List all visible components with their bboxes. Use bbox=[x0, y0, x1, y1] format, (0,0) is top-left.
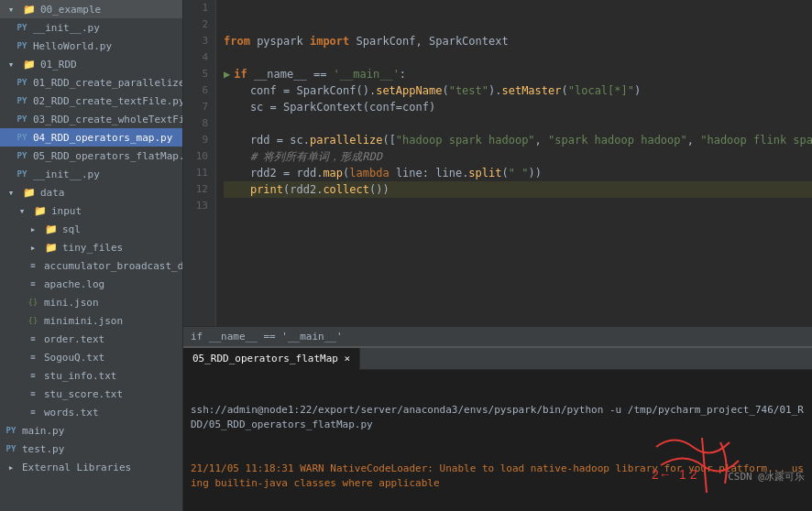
breadcrumb-bar: if __name__ == '__main__' bbox=[183, 326, 812, 346]
str-local: "local[*]" bbox=[568, 82, 634, 99]
terminal-content: ssh://admin@node1:22/export/server/anaco… bbox=[183, 370, 812, 511]
cls-sparkcontext: SparkContext bbox=[283, 99, 363, 115]
code-line-12: print (rdd2. collect ()) bbox=[224, 181, 812, 198]
sidebar-item-helloworld[interactable]: PY HelloWorld.py bbox=[0, 37, 182, 55]
sidebar-item-01-rdd[interactable]: ▾ 📁 01_RDD bbox=[0, 55, 182, 73]
chevron-down-icon: ▾ bbox=[15, 203, 29, 218]
sidebar-item-02-rdd-create[interactable]: PY 02_RDD_create_textFile.py bbox=[0, 92, 182, 110]
sidebar-item-minimini-json[interactable]: {} minimini.json bbox=[0, 311, 182, 330]
sidebar-label: stu_score.txt bbox=[44, 388, 123, 400]
fn-split: split bbox=[468, 165, 501, 181]
sidebar-item-05-rdd-flatmap[interactable]: PY 05_RDD_operators_flatMap.py bbox=[0, 147, 182, 165]
sidebar-item-order-text[interactable]: ≡ order.text bbox=[0, 330, 182, 348]
sidebar-item-sogouq[interactable]: ≡ SogouQ.txt bbox=[0, 348, 182, 366]
code-line-7: sc = SparkContext (conf=conf) bbox=[224, 99, 812, 115]
code-line-11: rdd2 = rdd. map ( lambda line: line. spl… bbox=[224, 165, 812, 181]
py-file-icon: PY bbox=[15, 75, 29, 90]
code-line-1 bbox=[224, 0, 812, 16]
sidebar-label: words.txt bbox=[44, 407, 99, 419]
sidebar-item-words[interactable]: ≡ words.txt bbox=[0, 403, 182, 421]
chevron-right-icon: ▸ bbox=[4, 460, 18, 474]
sidebar-item-input[interactable]: ▾ 📁 input bbox=[0, 201, 182, 220]
fn-collect: collect bbox=[323, 181, 369, 198]
terminal[interactable]: 05_RDD_operators_flatMap × ssh://admin@n… bbox=[183, 346, 812, 511]
run-arrow-icon: ▶ bbox=[224, 66, 230, 82]
sidebar-item-03-rdd-create[interactable]: PY 03_RDD_create_wholeTextFile.py bbox=[0, 110, 182, 128]
line-num-10: 10 bbox=[191, 148, 208, 165]
line-num-6: 6 bbox=[191, 82, 208, 99]
sidebar-item-main-py[interactable]: PY main.py bbox=[0, 421, 182, 440]
sidebar-label: apache.log bbox=[44, 278, 104, 290]
sidebar-item-01-rdd-create[interactable]: PY 01_RDD_create_parallelize.py bbox=[0, 73, 182, 92]
line-num-13: 13 bbox=[191, 198, 208, 214]
sidebar-label: 05_RDD_operators_flatMap.py bbox=[33, 150, 183, 162]
sidebar-label: 00_example bbox=[40, 4, 101, 16]
sidebar-label: 01_RDD_create_parallelize.py bbox=[33, 77, 183, 89]
line-num-11: 11 bbox=[191, 165, 208, 181]
folder-icon: 📁 bbox=[22, 2, 37, 16]
main-container: ▾ 📁 00_example PY __init__.py PY HelloWo… bbox=[0, 0, 812, 511]
str-flink1: "hadoop flink spark" bbox=[700, 132, 812, 148]
str-test: "test" bbox=[449, 82, 488, 99]
breadcrumb-text: if __name__ == '__main__' bbox=[191, 331, 343, 342]
sidebar-item-stu-score[interactable]: ≡ stu_score.txt bbox=[0, 385, 182, 403]
folder-icon: 📁 bbox=[44, 240, 59, 255]
line-num-3: 3 bbox=[191, 33, 208, 49]
json-file-icon: {} bbox=[26, 295, 40, 310]
line-num-9: 9 bbox=[191, 132, 208, 148]
py-file-icon: PY bbox=[4, 441, 18, 456]
line-num-12: 12 bbox=[191, 181, 208, 198]
code-editor[interactable]: 1 2 3 4 5 6 7 8 9 10 11 12 13 bbox=[183, 0, 812, 326]
sidebar-label: accumulator_broadcast_data.txt bbox=[44, 260, 183, 272]
terminal-tabs[interactable]: 05_RDD_operators_flatMap × bbox=[183, 348, 812, 370]
sidebar-item-sql[interactable]: ▸ 📁 sql bbox=[0, 220, 182, 238]
sidebar-item-mini-json[interactable]: {} mini.json bbox=[0, 293, 182, 311]
sidebar-label: 04_RDD_operators_map.py bbox=[33, 132, 172, 144]
csdn-watermark: CSDN @冰露可乐 bbox=[728, 470, 805, 484]
sidebar-item-init-py-1[interactable]: PY __init__.py bbox=[0, 165, 182, 183]
txt-file-icon: ≡ bbox=[26, 368, 40, 383]
line-num-2: 2 bbox=[191, 16, 208, 33]
folder-icon: 📁 bbox=[22, 57, 37, 71]
code-line-5: ▶ if __name__ == '__main__' : bbox=[224, 66, 812, 82]
sidebar-item-data[interactable]: ▾ 📁 data bbox=[0, 183, 182, 201]
code-lines: 1 2 3 4 5 6 7 8 9 10 11 12 13 bbox=[183, 0, 812, 326]
fn-setmaster: setMaster bbox=[501, 82, 561, 99]
chevron-down-icon: ▾ bbox=[4, 2, 18, 16]
str-spark1: "spark hadoop hadoop" bbox=[548, 132, 687, 148]
folder-icon: 📁 bbox=[33, 203, 48, 218]
sidebar-item-apache-log[interactable]: ≡ apache.log bbox=[0, 275, 182, 293]
terminal-wrapper: 05_RDD_operators_flatMap × ssh://admin@n… bbox=[183, 346, 812, 511]
comment-line10: # 将列所有单词，形成RDD bbox=[224, 148, 382, 165]
line-num-8: 8 bbox=[191, 115, 208, 132]
txt-file-icon: ≡ bbox=[26, 332, 40, 346]
json-file-icon: {} bbox=[26, 313, 40, 328]
py-file-icon: PY bbox=[15, 112, 29, 126]
txt-file-icon: ≡ bbox=[26, 350, 40, 364]
sidebar[interactable]: ▾ 📁 00_example PY __init__.py PY HelloWo… bbox=[0, 0, 183, 511]
code-content[interactable]: from pyspark import SparkConf, SparkCont… bbox=[216, 0, 812, 326]
sidebar-label: __init__.py bbox=[33, 22, 100, 34]
sidebar-item-stu-info[interactable]: ≡ stu_info.txt bbox=[0, 366, 182, 385]
sidebar-label: sql bbox=[62, 223, 81, 235]
sidebar-item-external-libraries[interactable]: ▸ External Libraries bbox=[0, 458, 182, 476]
sidebar-item-test-py[interactable]: PY test.py bbox=[0, 440, 182, 458]
sidebar-label: minimini.json bbox=[44, 315, 123, 327]
fn-print: print bbox=[250, 181, 283, 198]
sidebar-item-04-rdd-map[interactable]: PY 04_RDD_operators_map.py bbox=[0, 128, 182, 147]
txt-file-icon: ≡ bbox=[26, 258, 40, 273]
sidebar-item-accumulator[interactable]: ≡ accumulator_broadcast_data.txt bbox=[0, 256, 182, 275]
sidebar-item-00-example[interactable]: ▾ 📁 00_example bbox=[0, 0, 182, 18]
txt-file-icon: ≡ bbox=[26, 386, 40, 401]
code-line-13 bbox=[224, 198, 812, 214]
sidebar-item-tiny-files[interactable]: ▸ 📁 tiny_files bbox=[0, 238, 182, 256]
sidebar-label: __init__.py bbox=[33, 169, 100, 180]
sidebar-item-init-py-0[interactable]: PY __init__.py bbox=[0, 18, 182, 37]
string-main: '__main__' bbox=[334, 66, 400, 82]
code-line-3: from pyspark import SparkConf, SparkCont… bbox=[224, 33, 812, 49]
sidebar-label: 01_RDD bbox=[40, 59, 77, 71]
sidebar-label: stu_info.txt bbox=[44, 370, 116, 382]
terminal-tab-flatmap[interactable]: 05_RDD_operators_flatMap × bbox=[183, 348, 360, 370]
code-line-4 bbox=[224, 49, 812, 66]
py-file-icon: PY bbox=[15, 38, 29, 53]
